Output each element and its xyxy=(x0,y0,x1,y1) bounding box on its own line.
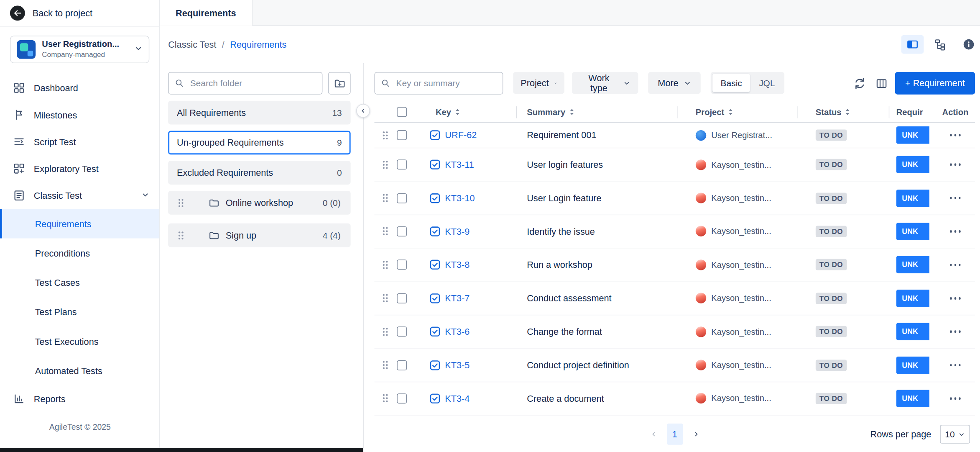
column-header-summary[interactable]: Summary xyxy=(527,107,565,116)
status-badge[interactable]: TO DO xyxy=(816,393,847,404)
table-search-input[interactable] xyxy=(395,77,496,89)
row-actions-button[interactable] xyxy=(945,128,966,143)
status-badge[interactable]: TO DO xyxy=(816,259,847,270)
row-key-link[interactable]: KT3-7 xyxy=(445,293,470,303)
breadcrumb-current[interactable]: Requirements xyxy=(230,39,286,49)
select-all-checkbox[interactable] xyxy=(397,107,407,117)
row-checkbox[interactable] xyxy=(397,326,407,336)
row-actions-button[interactable] xyxy=(945,224,966,239)
column-header-project[interactable]: Project xyxy=(696,107,724,116)
sidebar-item-dashboard[interactable]: Dashboard xyxy=(0,74,159,101)
row-checkbox[interactable] xyxy=(397,226,407,236)
drag-handle[interactable] xyxy=(374,193,397,203)
drag-handle[interactable] xyxy=(374,131,397,140)
row-actions-button[interactable] xyxy=(945,157,966,172)
drag-handle[interactable] xyxy=(374,327,397,336)
requirement-status-button[interactable]: UNK xyxy=(896,256,929,274)
row-checkbox[interactable] xyxy=(397,360,407,370)
sidebar-item-preconditions[interactable]: Preconditions xyxy=(0,239,159,268)
drag-handle[interactable] xyxy=(374,260,397,270)
sort-icon[interactable] xyxy=(569,108,574,116)
rows-per-page-select[interactable]: 10 xyxy=(940,425,970,444)
add-requirement-button[interactable]: + Requirement xyxy=(895,72,975,95)
sort-icon[interactable] xyxy=(455,108,460,116)
drag-handle[interactable] xyxy=(374,227,397,236)
breadcrumb-parent[interactable]: Classic Test xyxy=(168,39,216,49)
sidebar-item-automated-tests[interactable]: Automated Tests xyxy=(0,356,159,385)
prev-page-button[interactable] xyxy=(645,424,661,445)
row-key-link[interactable]: KT3-11 xyxy=(445,159,474,170)
sidebar-item-requirements[interactable]: Requirements xyxy=(0,209,159,238)
filter-all-requirements[interactable]: All Requirements 13 xyxy=(168,101,351,125)
sidebar-item-script-test[interactable]: Script Test xyxy=(0,128,159,155)
next-page-button[interactable] xyxy=(688,424,704,445)
info-button[interactable] xyxy=(962,38,975,51)
filter-ungrouped-requirements[interactable]: Un-grouped Requirements 9 xyxy=(168,131,351,154)
add-folder-button[interactable] xyxy=(328,72,351,95)
row-actions-button[interactable] xyxy=(945,190,966,205)
status-badge[interactable]: TO DO xyxy=(816,129,847,141)
refresh-button[interactable] xyxy=(852,76,867,91)
folder-item-online-workshop[interactable]: Online workshop 0 (0) xyxy=(168,191,351,215)
status-badge[interactable]: TO DO xyxy=(816,226,847,237)
sidebar-item-test-plans[interactable]: Test Plans xyxy=(0,297,159,326)
project-filter-button[interactable]: Project xyxy=(513,72,564,94)
mode-jql[interactable]: JQL xyxy=(751,78,782,88)
sort-icon[interactable] xyxy=(728,108,733,116)
status-badge[interactable]: TO DO xyxy=(816,193,847,204)
sidebar-item-reports[interactable]: Reports xyxy=(0,385,159,412)
column-header-requirement-status[interactable]: Requir xyxy=(896,107,923,116)
more-filter-button[interactable]: More xyxy=(648,72,701,94)
requirement-status-button[interactable]: UNK xyxy=(896,126,929,144)
row-key-link[interactable]: KT3-5 xyxy=(445,360,470,370)
tree-view-button[interactable] xyxy=(929,35,951,54)
row-checkbox[interactable] xyxy=(397,260,407,270)
folder-item-sign-up[interactable]: Sign up 4 (4) xyxy=(168,223,351,247)
tab-requirements[interactable]: Requirements xyxy=(160,0,253,26)
drag-handle[interactable] xyxy=(374,394,397,403)
sidebar-item-exploratory-test[interactable]: Exploratory Test xyxy=(0,155,159,182)
row-checkbox[interactable] xyxy=(397,130,407,140)
row-key-link[interactable]: KT3-8 xyxy=(445,260,470,270)
filter-excluded-requirements[interactable]: Excluded Requirements 0 xyxy=(168,161,351,185)
row-checkbox[interactable] xyxy=(397,159,407,170)
sidebar-item-classic-test[interactable]: Classic Test xyxy=(0,182,159,209)
row-actions-button[interactable] xyxy=(945,291,966,306)
requirement-status-button[interactable]: UNK xyxy=(896,323,929,341)
row-checkbox[interactable] xyxy=(397,193,407,203)
drag-handle[interactable] xyxy=(374,160,397,169)
column-header-status[interactable]: Status xyxy=(816,107,842,116)
current-page-button[interactable]: 1 xyxy=(666,424,683,445)
row-key-link[interactable]: URF-62 xyxy=(445,130,477,140)
drag-handle[interactable] xyxy=(374,360,397,370)
requirement-status-button[interactable]: UNK xyxy=(896,156,929,173)
row-actions-button[interactable] xyxy=(945,357,966,372)
requirement-status-button[interactable]: UNK xyxy=(896,189,929,207)
row-actions-button[interactable] xyxy=(945,324,966,339)
status-badge[interactable]: TO DO xyxy=(816,293,847,304)
row-actions-button[interactable] xyxy=(945,391,966,406)
requirement-status-button[interactable]: UNK xyxy=(896,223,929,240)
sidebar-item-milestones[interactable]: Milestones xyxy=(0,101,159,128)
row-actions-button[interactable] xyxy=(945,257,966,272)
work-type-filter-button[interactable]: Work type xyxy=(572,72,638,94)
folder-search-input[interactable] xyxy=(189,77,316,89)
status-badge[interactable]: TO DO xyxy=(816,159,847,170)
drag-handle[interactable] xyxy=(374,293,397,303)
requirement-status-button[interactable]: UNK xyxy=(896,356,929,374)
sidebar-item-test-cases[interactable]: Test Cases xyxy=(0,268,159,297)
mode-basic[interactable]: Basic xyxy=(712,74,750,92)
back-to-project-button[interactable]: Back to project xyxy=(0,0,159,27)
sort-icon[interactable] xyxy=(845,108,850,116)
row-key-link[interactable]: KT3-4 xyxy=(445,393,470,403)
collapse-panel-button[interactable] xyxy=(356,104,370,118)
columns-button[interactable] xyxy=(874,76,889,91)
row-key-link[interactable]: KT3-10 xyxy=(445,193,475,203)
sidebar-item-test-executions[interactable]: Test Executions xyxy=(0,326,159,356)
row-key-link[interactable]: KT3-9 xyxy=(445,226,470,236)
project-selector[interactable]: User Registration... Company-managed xyxy=(10,36,149,63)
status-badge[interactable]: TO DO xyxy=(816,326,847,337)
requirement-status-button[interactable]: UNK xyxy=(896,390,929,407)
row-checkbox[interactable] xyxy=(397,293,407,303)
requirement-status-button[interactable]: UNK xyxy=(896,290,929,307)
